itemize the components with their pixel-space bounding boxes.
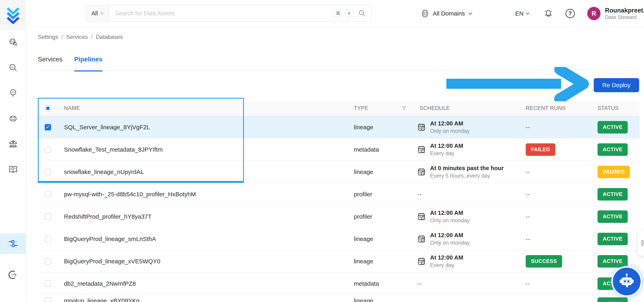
sidebar-spacer: [0, 182, 26, 233]
empty-value: --: [526, 280, 530, 287]
domain-selector[interactable]: All Domains: [420, 0, 472, 27]
table-row[interactable]: ✓ SQL_Server_lineage_8YjVgF2L lineage At…: [37, 116, 640, 138]
status-badge: ACTIVE: [598, 121, 628, 134]
search-scope-dropdown[interactable]: All: [86, 5, 109, 21]
recent-runs-cell: --: [526, 168, 598, 175]
table-row[interactable]: Snowflake_Test_metadata_8JPYIftm metadat…: [37, 138, 640, 161]
app-window: All Search for Data Assets ⌘ K All Domai…: [0, 0, 644, 302]
pipeline-name[interactable]: Snowflake_Test_metadata_8JPYIftm: [58, 146, 354, 153]
column-header-type: TYPE: [354, 105, 417, 111]
redeploy-button[interactable]: Re Deploy: [594, 78, 639, 92]
table-row[interactable]: mootun_lineage_xBY09YKg lineage ACTIVE: [37, 295, 640, 302]
search-input[interactable]: Search for Data Assets: [109, 5, 334, 21]
row-checkbox[interactable]: [45, 191, 51, 198]
row-checkbox[interactable]: [45, 236, 51, 242]
tab-divider: [37, 70, 640, 70]
help-button[interactable]: ?: [566, 0, 575, 27]
breadcrumb-services[interactable]: Services: [66, 34, 88, 40]
status-badge: ACTIVE: [598, 255, 628, 268]
table-row[interactable]: BigQueryProd_lineage_smLnSthA lineage At…: [37, 228, 640, 250]
user-profile-menu[interactable]: R Rounakpreet.d Data Steward: [587, 0, 644, 27]
schedule-detail: Every 5 hours, every day: [430, 173, 504, 179]
language-label: EN: [515, 10, 524, 17]
table-row[interactable]: BigQueryProd_lineage_xVE5WQY0 lineage At…: [37, 250, 640, 272]
search-shortcuts: ⌘ K: [334, 5, 372, 21]
schedule-cell: At 12:00 AM Only on monday: [417, 210, 526, 224]
status-badge: ACTIVE: [598, 233, 628, 245]
schedule-cell: --: [417, 191, 526, 198]
sidebar-item-explore[interactable]: [0, 30, 26, 55]
tab-pipelines[interactable]: Pipelines: [74, 56, 103, 72]
sliders-icon: [8, 238, 18, 249]
row-checkbox[interactable]: [45, 280, 51, 287]
calendar-clock-icon: [417, 145, 426, 154]
table-row[interactable]: pw-mysql-with-_25-d8b54c10_profiler_HxBo…: [37, 183, 640, 206]
pipeline-name[interactable]: BigQueryProd_lineage_xVE5WQY0: [58, 258, 354, 265]
chevron-down-icon: [526, 12, 530, 15]
schedule-entry: At 12:00 AM Only on monday: [417, 120, 526, 134]
user-name: Rounakpreet.d: [605, 7, 644, 14]
recent-runs-cell: --: [526, 280, 598, 287]
pipeline-name[interactable]: db2_metadata_2NwmfPZ8: [58, 280, 354, 287]
global-search[interactable]: All Search for Data Assets ⌘ K: [86, 5, 372, 22]
schedule-entry: At 12:00 AM Only on monday: [417, 210, 526, 224]
left-sidebar: [0, 0, 26, 302]
table-row[interactable]: RedshiftProd_profiler_hY8ya37T profiler …: [37, 206, 640, 228]
select-all-checkbox[interactable]: [45, 105, 51, 112]
table-row[interactable]: db2_metadata_2NwmfPZ8 metadata -- -- ACT…: [37, 272, 640, 295]
sidebar-item-domains[interactable]: [0, 106, 26, 131]
status-badge: ACTIVE: [598, 143, 628, 156]
row-checkbox[interactable]: [45, 146, 51, 153]
chevron-down-icon: [100, 12, 104, 15]
pipeline-name[interactable]: RedshiftProd_profiler_hY8ya37T: [58, 213, 354, 220]
sidebar-item-glossary[interactable]: [0, 157, 26, 182]
language-selector[interactable]: EN: [515, 0, 530, 27]
row-checkbox[interactable]: [45, 258, 51, 264]
app-logo[interactable]: [0, 0, 26, 30]
schedule-cell: At 0 minutes past the hour Every 5 hours…: [417, 165, 526, 179]
breadcrumb-databases[interactable]: Databases: [96, 34, 123, 40]
sidebar-item-settings-active[interactable]: [0, 233, 26, 254]
chatbot-button[interactable]: [612, 266, 642, 297]
empty-value: --: [526, 213, 530, 220]
empty-value: --: [417, 191, 422, 198]
schedule-time: At 12:00 AM: [430, 210, 470, 216]
pipeline-name[interactable]: BigQueryProd_lineage_smLnSthA: [58, 236, 354, 242]
calendar-clock-icon: [417, 257, 426, 266]
globe-icon: [8, 114, 18, 124]
pipeline-name[interactable]: pw-mysql-with-_25-d8b54c10_profiler_HxBo…: [58, 191, 354, 198]
schedule-time: At 12:00 AM: [430, 142, 463, 149]
recent-run-badge[interactable]: FAILED: [526, 143, 555, 156]
pipeline-name[interactable]: SQL_Server_lineage_8YjVgF2L: [58, 124, 354, 131]
support-tab[interactable]: [638, 230, 644, 256]
notifications-button[interactable]: [544, 0, 553, 27]
search-icon[interactable]: [358, 10, 366, 17]
recent-runs-cell: --: [526, 236, 598, 242]
row-checkbox[interactable]: [45, 169, 51, 175]
annotation-arrow: [443, 67, 596, 101]
empty-value: --: [526, 124, 530, 130]
table-row[interactable]: snowflake_lineage_nUpyrdAL lineage At 0 …: [37, 161, 640, 183]
k-keycap: K: [345, 9, 354, 17]
calendar-clock-icon: [417, 212, 426, 221]
pipelines-table: NAME TYPE SCHEDULE RECENT RUNS STATUS ✓ …: [37, 101, 640, 302]
row-checkbox[interactable]: [45, 214, 51, 220]
sidebar-item-governance[interactable]: [0, 131, 26, 157]
column-header-schedule: SCHEDULE: [417, 105, 526, 111]
pipeline-name[interactable]: mootun_lineage_xBY09YKg: [58, 297, 354, 302]
sidebar-item-observability[interactable]: [0, 55, 26, 80]
tab-services[interactable]: Services: [38, 56, 62, 72]
sidebar-item-logout[interactable]: [0, 262, 26, 288]
breadcrumb-settings[interactable]: Settings: [38, 34, 58, 40]
schedule-cell: --: [417, 280, 526, 287]
recent-run-badge[interactable]: SUCCESS: [526, 255, 562, 268]
filter-funnel-icon[interactable]: [402, 106, 407, 111]
row-checkbox[interactable]: [45, 297, 51, 302]
lightbulb-icon: [8, 88, 18, 98]
pipeline-name[interactable]: snowflake_lineage_nUpyrdAL: [58, 168, 354, 175]
domain-selector-label: All Domains: [433, 10, 465, 17]
schedule-detail: Only on monday: [430, 218, 470, 224]
sidebar-item-insights[interactable]: [0, 80, 26, 106]
row-checkbox[interactable]: ✓: [45, 124, 51, 130]
schedule-entry: At 12:00 AM Every day: [417, 254, 526, 268]
